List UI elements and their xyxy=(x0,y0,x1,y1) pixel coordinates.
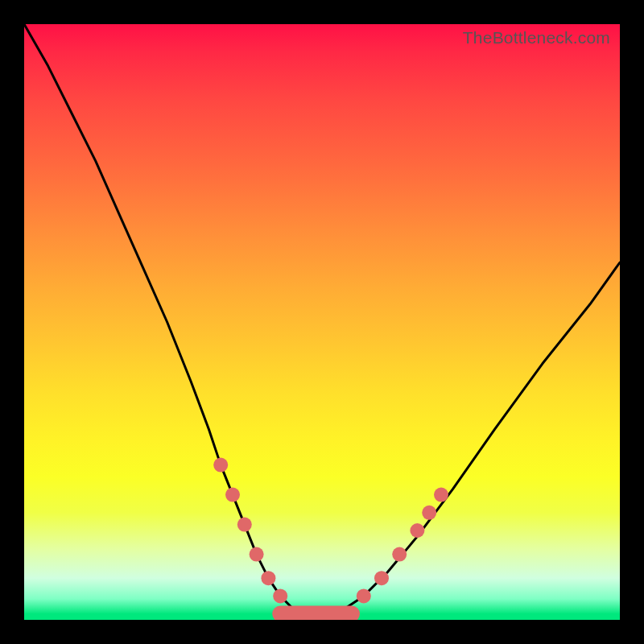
curve-marker-dot xyxy=(422,506,436,520)
curve-marker-dot xyxy=(392,547,407,562)
curve-marker-dot xyxy=(357,588,371,603)
curve-marker-dot xyxy=(225,488,240,502)
bottleneck-curve-svg xyxy=(24,24,620,620)
curve-marker-dot xyxy=(237,518,252,532)
chart-frame: TheBottleneck.com xyxy=(0,0,644,644)
curve-markers-right xyxy=(357,488,448,604)
curve-marker-dot xyxy=(250,547,264,562)
curve-marker-dot xyxy=(213,458,228,473)
curve-marker-dot xyxy=(273,588,287,603)
curve-marker-dot xyxy=(410,523,424,538)
plot-area: TheBottleneck.com xyxy=(24,24,620,620)
bottleneck-curve xyxy=(24,24,620,614)
curve-markers-left xyxy=(213,458,287,604)
curve-marker-dot xyxy=(434,488,448,502)
curve-marker-dot xyxy=(261,571,275,585)
curve-marker-dot xyxy=(374,571,389,585)
